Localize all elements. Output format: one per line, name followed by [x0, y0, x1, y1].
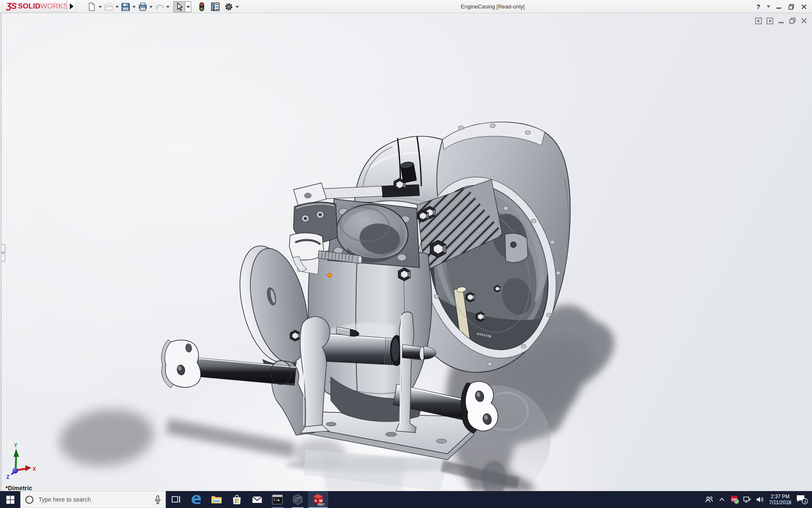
cortana-icon [25, 496, 33, 504]
task-view-icon [171, 494, 181, 505]
graphics-viewport[interactable]: X Y Z [0, 13, 812, 491]
action-center-button[interactable]: 3 [795, 491, 809, 508]
print-dropdown[interactable] [148, 1, 154, 12]
selection-marker-dot[interactable] [327, 273, 332, 277]
undo-icon [154, 2, 165, 11]
orientation-label: *Dimetric [5, 485, 32, 491]
edge-button[interactable] [186, 491, 206, 508]
tray-time: 2:37 PM [769, 494, 792, 500]
titlebar-controls: ? [753, 0, 809, 13]
new-document-dropdown[interactable] [97, 1, 103, 12]
solidworks-status-icon: SW [730, 495, 739, 504]
triad-z-label: Z [6, 474, 9, 480]
save-dropdown[interactable] [131, 1, 137, 12]
svg-text:2017: 2017 [318, 502, 324, 506]
doc-restore-button[interactable] [789, 17, 796, 25]
traffic-light-icon [199, 2, 205, 11]
file-properties-button[interactable] [210, 1, 221, 12]
mixed-reality-viewer-icon [292, 494, 304, 505]
store-button[interactable] [227, 491, 247, 508]
task-view-button[interactable] [166, 491, 186, 508]
print-icon [138, 2, 148, 11]
triad-y-label: Y [14, 442, 17, 448]
doc-minimize-icon [778, 18, 785, 24]
axis-triad: X Y Z [6, 442, 36, 480]
file-explorer-icon [211, 494, 222, 505]
ds-logo-icon: ƷS [6, 1, 16, 11]
tray-date: 7/11/2018 [769, 500, 792, 505]
doc-restore-icon [789, 17, 796, 24]
mail-button[interactable] [247, 491, 267, 508]
solidworks-logo[interactable]: ƷS SOLIDWORKS [3, 0, 67, 13]
solidworks-2017-icon: S W 2017 [312, 493, 324, 506]
notification-badge: 3 [804, 500, 806, 504]
mail-icon [251, 494, 263, 505]
open-button[interactable] [103, 1, 114, 12]
minimize-icon [776, 4, 782, 9]
close-button[interactable] [798, 1, 809, 12]
brand-solid: SOLID [18, 2, 41, 11]
select-button[interactable] [173, 1, 185, 12]
minimize-button[interactable] [773, 1, 784, 12]
help-dropdown[interactable] [765, 1, 771, 12]
doc-close-button[interactable] [800, 17, 808, 25]
mixed-reality-viewer-button[interactable] [288, 491, 308, 508]
document-window-controls [754, 17, 808, 25]
right-triangle-icon [70, 3, 74, 9]
doc-close-icon [801, 17, 807, 24]
taskbar-search[interactable] [20, 491, 166, 508]
print-button[interactable] [137, 1, 148, 12]
quick-access-toolbar [86, 1, 240, 12]
taskbar-clock[interactable]: 2:37 PM 7/11/2018 [768, 494, 793, 505]
taskbar: C:\ S W 2017 [0, 491, 812, 508]
options-button[interactable] [223, 1, 234, 12]
new-document-icon [87, 2, 96, 11]
speaker-icon [756, 496, 764, 503]
panel-tab-dot [2, 251, 4, 254]
solidworks-2017-button[interactable]: S W 2017 [308, 491, 328, 508]
save-button[interactable] [120, 1, 131, 12]
right-rod-flange[interactable] [461, 381, 498, 433]
model-canvas[interactable]: X Y Z [0, 13, 812, 491]
options-dropdown[interactable] [234, 1, 240, 12]
feature-manager-collapsed-tab[interactable] [1, 244, 5, 262]
notification-icon: 3 [796, 494, 809, 505]
command-prompt-button[interactable]: C:\ [267, 491, 288, 508]
new-document-button[interactable] [86, 1, 97, 12]
close-icon [801, 4, 807, 10]
undo-dropdown[interactable] [165, 1, 171, 12]
people-icon [705, 496, 713, 503]
select-cursor-icon [176, 3, 183, 11]
edge-icon [190, 494, 202, 505]
start-button[interactable] [0, 491, 20, 508]
svg-text:S: S [315, 499, 317, 503]
open-dropdown[interactable] [114, 1, 120, 12]
command-prompt-icon: C:\ [272, 494, 283, 505]
network-button[interactable] [742, 491, 753, 508]
previous-pane-button[interactable] [754, 17, 762, 25]
next-pane-button[interactable] [766, 17, 774, 25]
restore-button[interactable] [786, 1, 797, 12]
windows-logo-icon [6, 496, 14, 504]
help-button[interactable]: ? [753, 1, 764, 12]
triad-x-label: X [33, 466, 36, 472]
microphone-icon[interactable] [154, 495, 161, 505]
volume-button[interactable] [755, 491, 765, 508]
network-icon [743, 496, 752, 503]
menu-flyout-button[interactable] [67, 0, 76, 13]
solidworks-tray-button[interactable]: SW [730, 491, 740, 508]
previous-pane-icon [755, 17, 762, 25]
left-rod-flange[interactable] [162, 340, 201, 388]
window-title: EngineCasing [Read-only] [461, 0, 524, 13]
solidworks-window: ƷS SOLIDWORKS [0, 0, 812, 508]
undo-button[interactable] [154, 1, 165, 12]
rebuild-button[interactable] [196, 1, 207, 12]
search-input[interactable] [38, 496, 140, 503]
file-explorer-button[interactable] [206, 491, 227, 508]
hidden-icons-button[interactable] [717, 491, 727, 508]
doc-minimize-button[interactable] [777, 17, 785, 25]
people-button[interactable] [704, 491, 715, 508]
store-icon [231, 494, 242, 505]
chevron-up-icon [719, 497, 725, 502]
select-dropdown[interactable] [185, 1, 191, 12]
